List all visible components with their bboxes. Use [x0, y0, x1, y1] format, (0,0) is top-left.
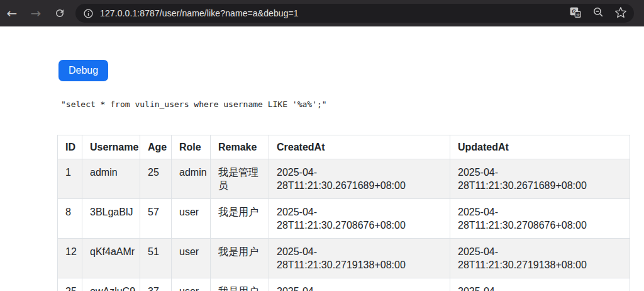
col-header-username: Username — [82, 135, 140, 159]
cell-role: admin — [172, 159, 211, 199]
col-header-createdat: CreatedAt — [269, 135, 450, 159]
url-text: 127.0.0.1:8787/user/name/like?name=a&deb… — [100, 8, 569, 18]
cell-updatedat: 2025-04-28T11:21:30.2708676+08:00 — [450, 199, 630, 239]
users-table: ID Username Age Role Remake CreatedAt Up… — [57, 135, 630, 291]
cell-role: user — [172, 278, 211, 291]
cell-updatedat: 2025-04-28T11:21:30.2671689+08:00 — [450, 159, 630, 199]
back-button[interactable]: ← — [0, 0, 24, 26]
browser-toolbar: ← → 127.0.0.1:8787/user/name/like?name=a… — [0, 0, 644, 26]
page-content: Debug "select * from vulin_users where u… — [0, 60, 644, 291]
table-row: 1 admin 25 admin 我是管理员 2025-04-28T11:21:… — [58, 159, 630, 199]
translate-button[interactable]: G 文 — [569, 6, 582, 20]
cell-username: 3BLgaBlJ — [82, 199, 140, 239]
cell-username: qKf4aAMr — [82, 239, 140, 278]
zoom-out-icon — [592, 6, 604, 20]
cell-age: 25 — [140, 159, 172, 199]
cell-remake: 我是用户 — [211, 278, 269, 291]
cell-remake: 我是管理员 — [211, 159, 269, 199]
cell-role: user — [172, 199, 211, 239]
cell-username: owAzluC9 — [82, 278, 140, 291]
zoom-out-button[interactable] — [591, 6, 605, 20]
bookmark-star-button[interactable] — [614, 6, 628, 20]
table-header-row: ID Username Age Role Remake CreatedAt Up… — [58, 135, 630, 159]
cell-age: 57 — [140, 199, 172, 239]
forward-icon: → — [31, 6, 42, 21]
cell-updatedat: 2025-04- — [450, 278, 630, 291]
table-row: 12 qKf4aAMr 51 user 我是用户 2025-04-28T11:2… — [58, 239, 630, 278]
cell-createdat: 2025-04-28T11:21:30.2719138+08:00 — [269, 239, 450, 278]
cell-id: 8 — [58, 199, 82, 239]
cell-remake: 我是用户 — [211, 199, 269, 239]
col-header-id: ID — [58, 135, 82, 159]
svg-text:文: 文 — [576, 13, 580, 18]
cell-role: user — [172, 239, 211, 278]
reload-icon — [54, 8, 65, 19]
cell-id: 1 — [58, 159, 82, 199]
col-header-age: Age — [140, 135, 172, 159]
cell-createdat: 2025-04- — [269, 278, 450, 291]
forward-button[interactable]: → — [24, 0, 48, 26]
site-info-icon[interactable] — [80, 6, 96, 21]
col-header-role: Role — [172, 135, 211, 159]
debug-button[interactable]: Debug — [58, 60, 108, 81]
sql-query-text: "select * from vulin_users where usernam… — [61, 100, 644, 109]
table-row: 25 owAzluC9 37 user 我是用户 2025-04- 2025-0… — [58, 278, 630, 291]
back-icon: ← — [7, 6, 18, 21]
cell-id: 12 — [58, 239, 82, 278]
translate-icon: G 文 — [569, 6, 582, 21]
cell-createdat: 2025-04-28T11:21:30.2708676+08:00 — [269, 199, 450, 239]
col-header-remake: Remake — [211, 135, 269, 159]
cell-updatedat: 2025-04-28T11:21:30.2719138+08:00 — [450, 239, 630, 278]
cell-remake: 我是用户 — [211, 239, 269, 278]
cell-id: 25 — [58, 278, 82, 291]
cell-age: 37 — [140, 278, 172, 291]
table-row: 8 3BLgaBlJ 57 user 我是用户 2025-04-28T11:21… — [58, 199, 630, 239]
urlbar-actions: G 文 — [569, 6, 628, 20]
cell-age: 51 — [140, 239, 172, 278]
cell-createdat: 2025-04-28T11:21:30.2671689+08:00 — [269, 159, 450, 199]
star-icon — [614, 6, 627, 21]
col-header-updatedat: UpdatedAt — [450, 135, 630, 159]
cell-username: admin — [82, 159, 140, 199]
url-bar[interactable]: 127.0.0.1:8787/user/name/like?name=a&deb… — [75, 4, 634, 23]
reload-button[interactable] — [48, 0, 72, 26]
